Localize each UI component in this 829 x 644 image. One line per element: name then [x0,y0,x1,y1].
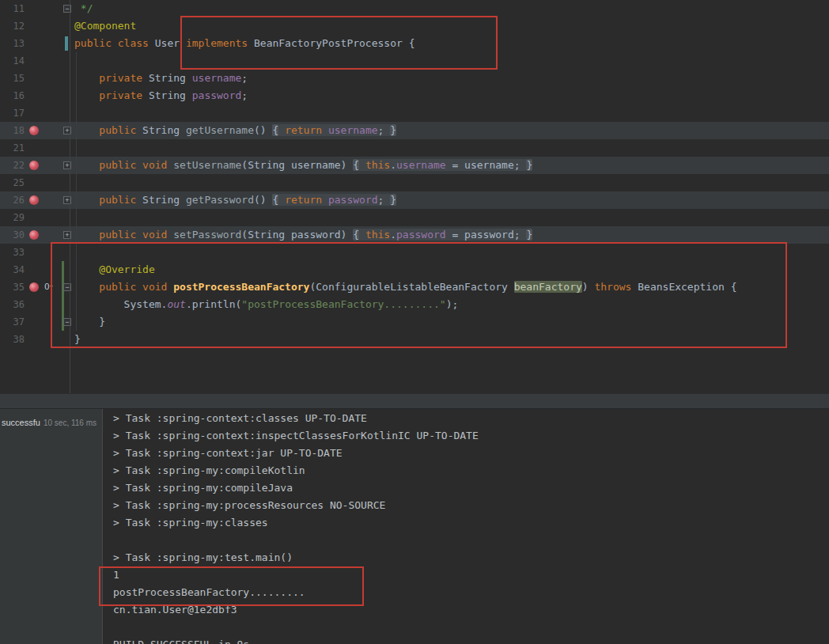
gutter: 33 [0,244,70,261]
code-line-11[interactable]: 11− */ [0,0,829,17]
code-line-34[interactable]: 34 @Override [0,261,829,278]
line-number[interactable]: 25 [0,174,25,191]
code-line-35[interactable]: 35O↑− public void postProcessBeanFactory… [0,278,829,296]
console-pane[interactable]: > Task :spring-context:classes UP-TO-DAT… [104,409,829,644]
code-token [359,229,365,241]
console-line: > Task :spring-my:compileKotlin [113,462,829,479]
code-text: private String username; [74,70,248,87]
gutter: 15 [0,70,70,87]
code-text: public void setUsername(String username)… [74,157,532,174]
breakpoint-icon[interactable] [29,126,39,135]
code-token: BeansException { [638,281,736,293]
code-line-36[interactable]: 36 System.out.println("postProcessBeanFa… [0,296,829,313]
gutter: 16 [0,87,70,104]
line-number[interactable]: 26 [0,191,25,209]
code-editor[interactable]: 11− */12@Component13public class User im… [0,0,829,393]
code-token [278,124,285,136]
code-token: username [192,72,242,84]
panel-splitter[interactable] [0,393,829,409]
code-token: ; [241,72,248,84]
code-token: ); [446,298,459,310]
code-token: () [254,124,272,136]
gutter: 30+ [0,226,70,244]
code-text: public String getPassword() { return pas… [74,191,396,209]
console-line: > Task :spring-context:jar UP-TO-DATE [113,445,829,462]
line-number[interactable]: 38 [0,331,25,348]
line-number[interactable]: 16 [0,87,25,104]
code-token: public void [99,159,173,171]
code-text: public class User implements BeanFactory… [74,35,414,52]
code-line-14[interactable]: 14 [0,52,829,70]
line-number[interactable]: 13 [0,35,25,52]
line-number[interactable]: 15 [0,70,25,87]
console-line: > Task :spring-my:processResources NO-SO… [113,497,829,514]
console-line: postProcessBeanFactory......... [113,584,829,601]
code-token [359,159,365,171]
breakpoint-icon[interactable] [29,282,39,292]
code-line-29[interactable]: 29 [0,209,829,226]
code-line-22[interactable]: 22+ public void setUsername(String usern… [0,157,829,174]
code-token: this [365,229,390,241]
code-token: User [155,37,186,49]
code-token: } [390,124,396,136]
code-token [74,229,99,241]
console-line: > Task :spring-context:inspectClassesFor… [113,427,829,445]
code-token: setPassword [173,229,241,241]
gutter: 11− [0,0,70,17]
code-line-17[interactable]: 17 [0,104,829,122]
line-number[interactable]: 37 [0,313,25,331]
code-line-16[interactable]: 16 private String password; [0,87,829,104]
code-text: } [74,313,105,331]
code-line-30[interactable]: 30+ public void setPassword(String passw… [0,226,829,244]
code-line-13[interactable]: 13public class User implements BeanFacto… [0,35,829,52]
line-number[interactable]: 35 [0,278,25,296]
line-number[interactable]: 11 [0,0,25,17]
code-token: out [167,298,185,310]
line-number[interactable]: 21 [0,139,25,157]
code-line-15[interactable]: 15 private String username; [0,70,829,87]
code-token: setUsername [173,159,241,171]
line-number[interactable]: 36 [0,296,25,313]
code-token: { [353,229,359,241]
run-panel[interactable]: successfu10 sec, 116 ms [0,409,103,644]
line-number[interactable]: 29 [0,209,25,226]
code-token: public void [99,229,173,241]
code-token: password [328,194,378,206]
line-number[interactable]: 22 [0,157,25,174]
test-result-item[interactable]: successfu10 sec, 116 ms [2,415,101,429]
breakpoint-icon[interactable] [29,230,39,240]
overriding-method-icon[interactable]: O↑ [44,278,53,296]
code-line-18[interactable]: 18+ public String getUsername() { return… [0,122,829,139]
code-line-12[interactable]: 12@Component [0,17,829,35]
code-token: ; [378,124,391,136]
line-number[interactable]: 18 [0,122,25,139]
code-line-25[interactable]: 25 [0,174,829,191]
breakpoint-icon[interactable] [29,195,39,205]
line-number[interactable]: 34 [0,261,25,278]
code-token: } [526,229,532,241]
caret-position-mark [65,36,68,51]
code-token: implements [186,37,254,49]
code-line-21[interactable]: 21 [0,139,829,157]
code-line-26[interactable]: 26+ public String getPassword() { return… [0,191,829,209]
code-token: public [99,124,142,136]
breakpoint-icon[interactable] [29,161,39,170]
code-token: ; [378,194,391,206]
code-line-33[interactable]: 33 [0,244,829,261]
gutter-separator [70,0,70,393]
line-number[interactable]: 12 [0,17,25,35]
code-line-38[interactable]: 38} [0,331,829,348]
code-token: . [390,159,396,171]
indent-guide [76,52,77,331]
code-token [74,72,99,84]
line-number[interactable]: 17 [0,104,25,122]
code-token: throws [594,281,638,293]
code-token: .println( [186,298,241,310]
line-number[interactable]: 14 [0,52,25,70]
code-line-37[interactable]: 37− } [0,313,829,331]
gutter: 34 [0,261,70,278]
editor-lines: 11− */12@Component13public class User im… [0,0,829,348]
code-text: */ [74,0,93,17]
line-number[interactable]: 30 [0,226,25,244]
line-number[interactable]: 33 [0,244,25,261]
